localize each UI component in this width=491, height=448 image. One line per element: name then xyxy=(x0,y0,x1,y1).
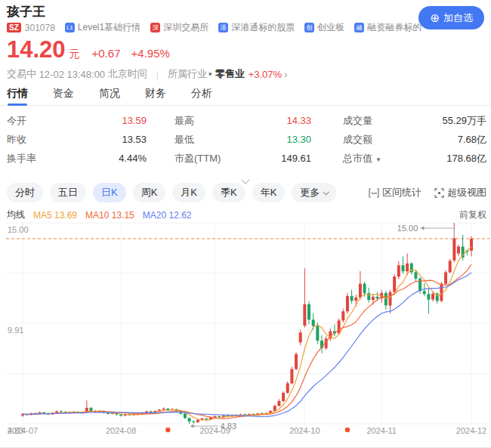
chinext-icon: 创 xyxy=(304,23,314,32)
tag-margin-trading[interactable]: 融 融资融券标的 xyxy=(354,21,422,34)
tab-capital[interactable]: 资金 xyxy=(53,84,74,105)
stat-low: 最低 13.30 xyxy=(174,130,311,149)
chart-area: 15.009.914.832024-072024-082024-092024-1… xyxy=(0,219,491,448)
period-yearly-button[interactable]: 年K xyxy=(252,183,286,202)
price-row: 14.20 元 +0.67 +4.95% xyxy=(7,36,170,63)
svg-text:2024-07: 2024-07 xyxy=(8,426,38,435)
super-view-icon xyxy=(434,188,444,198)
tab-bar: 行情 资金 简况 财务 分析 xyxy=(0,84,491,106)
status-row: 交易中 12-02 13:48:00 北京时间 | 所属行业 ▾ 零售业 +3.… xyxy=(7,67,287,81)
tab-analysis[interactable]: 分析 xyxy=(191,84,212,105)
svg-text:9.91: 9.91 xyxy=(8,326,23,335)
period-weekly-button[interactable]: 周K xyxy=(133,183,166,202)
industry-link[interactable]: 所属行业 ▾ 零售业 +3.07% › xyxy=(168,67,287,81)
period-quarterly-button[interactable]: 季K xyxy=(212,183,246,202)
period-daily-button[interactable]: 日K xyxy=(93,183,126,202)
period-monthly-button[interactable]: 月K xyxy=(172,183,205,202)
industry-change: +3.07% xyxy=(249,69,282,80)
svg-text:15.00: 15.00 xyxy=(397,224,418,233)
price-change-percent: +4.95% xyxy=(131,47,170,60)
shenzhen-exchange-icon: 深 xyxy=(150,23,160,32)
svg-text:2024-11: 2024-11 xyxy=(366,426,397,435)
stat-volume: 成交量 55.29万手 xyxy=(343,111,486,130)
stat-market-cap[interactable]: 总市值 ▾ 178.68亿 xyxy=(343,149,486,168)
level1-icon: L1 xyxy=(65,23,75,32)
svg-text:2024-10: 2024-10 xyxy=(289,426,320,435)
stat-prev-close: 昨收 13.53 xyxy=(7,130,147,149)
stock-detail-page: 孩子王 SZ 301078 L1 Level1基础行情 深 深圳交易所 港 深港… xyxy=(0,0,491,448)
chevron-down-icon xyxy=(323,189,329,195)
stat-high: 最高 14.33 xyxy=(174,111,311,130)
current-price: 14.20 xyxy=(7,36,66,63)
chart-toolbar: 分时 五日 日K 周K 月K 季K 年K 更多 区间统计 超级视图 xyxy=(7,183,486,202)
super-view-button[interactable]: 超级视图 xyxy=(434,186,486,199)
range-statistics-icon xyxy=(369,188,379,198)
tag-label: 融资融券标的 xyxy=(367,21,422,34)
industry-name: 零售业 xyxy=(215,67,245,81)
stock-title: 孩子王 xyxy=(7,3,45,20)
tag-label: Level1基础行情 xyxy=(78,21,141,34)
svg-text:15.00: 15.00 xyxy=(8,225,29,234)
divider: | xyxy=(156,69,159,80)
quote-time: 12-02 13:48:00 xyxy=(39,69,105,80)
trading-status: 交易中 xyxy=(7,67,36,81)
svg-text:2024-08: 2024-08 xyxy=(106,426,136,435)
tag-level1[interactable]: L1 Level1基础行情 xyxy=(65,21,141,34)
price-change: +0.67 xyxy=(92,47,121,60)
price-unit: 元 xyxy=(69,48,80,61)
stock-badge-row: SZ 301078 L1 Level1基础行情 深 深圳交易所 港 深港通标的股… xyxy=(7,21,431,34)
period-5day-button[interactable]: 五日 xyxy=(50,183,86,202)
timezone-label: 北京时间 xyxy=(108,67,147,81)
stat-turnover-rate: 换手率 4.44% xyxy=(7,149,147,168)
period-minute-button[interactable]: 分时 xyxy=(7,183,43,202)
svg-text:2024-12: 2024-12 xyxy=(456,426,486,435)
industry-label: 所属行业 xyxy=(168,67,207,81)
stat-turnover: 成交额 7.68亿 xyxy=(343,130,486,149)
collapse-panel-button[interactable] xyxy=(240,172,252,181)
plus-circle-icon: ⊕ xyxy=(430,12,440,23)
tag-chinext[interactable]: 创 创业板 xyxy=(304,21,344,34)
industry-dropdown-icon: ▾ xyxy=(208,70,212,78)
hk-connect-icon: 港 xyxy=(218,23,228,32)
quote-stats-grid: 今开 13.59 最高 14.33 成交量 55.29万手 昨收 13.53 最… xyxy=(7,111,486,168)
add-watchlist-button[interactable]: ⊕ 加自选 xyxy=(418,6,484,29)
range-statistics-button[interactable]: 区间统计 xyxy=(369,186,422,199)
stat-pe-ttm: 市盈(TTM) 149.61 xyxy=(174,149,311,168)
candlestick-chart[interactable]: 15.009.914.832024-072024-082024-092024-1… xyxy=(0,219,491,447)
tab-profile[interactable]: 简况 xyxy=(99,84,120,105)
market-cap-dropdown-icon: ▾ xyxy=(377,156,381,163)
tag-label: 深港通标的股票 xyxy=(231,21,295,34)
more-periods-button[interactable]: 更多 xyxy=(292,183,336,202)
tab-quotes[interactable]: 行情 xyxy=(7,84,28,105)
tag-shenzhen-exchange[interactable]: 深 深圳交易所 xyxy=(150,21,208,34)
chevron-right-icon: › xyxy=(284,69,287,80)
market-badge: SZ xyxy=(7,23,21,32)
tag-hk-connect[interactable]: 港 深港通标的股票 xyxy=(218,21,295,34)
tag-label: 深圳交易所 xyxy=(163,21,208,34)
tag-label: 创业板 xyxy=(317,21,344,34)
tab-financials[interactable]: 财务 xyxy=(145,84,166,105)
stock-code: 301078 xyxy=(25,23,55,33)
stat-open: 今开 13.59 xyxy=(7,111,147,130)
svg-text:4.83: 4.83 xyxy=(221,422,236,431)
margin-trading-icon: 融 xyxy=(354,23,364,32)
add-watchlist-label: 加自选 xyxy=(443,11,473,25)
